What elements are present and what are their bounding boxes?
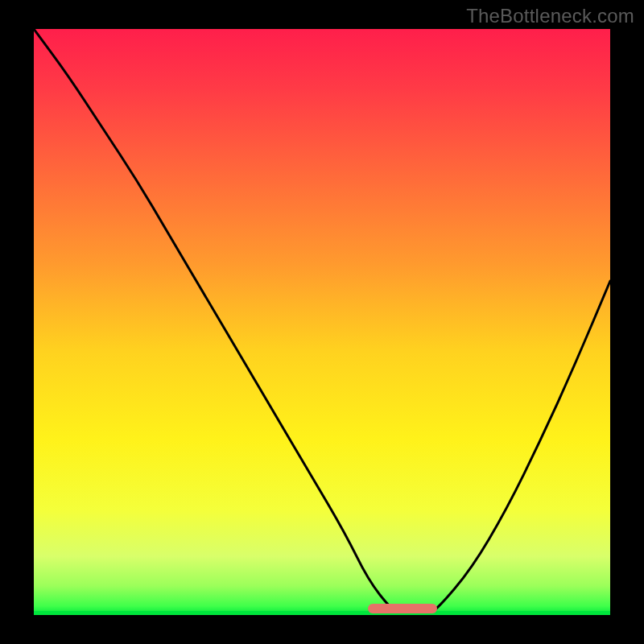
bottleneck-chart bbox=[34, 29, 610, 615]
chart-frame: TheBottleneck.com bbox=[0, 0, 644, 644]
optimal-baseline bbox=[34, 611, 610, 615]
optimal-range-marker bbox=[368, 604, 437, 613]
plot-area bbox=[34, 29, 610, 615]
attribution-text: TheBottleneck.com bbox=[466, 5, 634, 27]
gradient-background bbox=[34, 29, 610, 615]
